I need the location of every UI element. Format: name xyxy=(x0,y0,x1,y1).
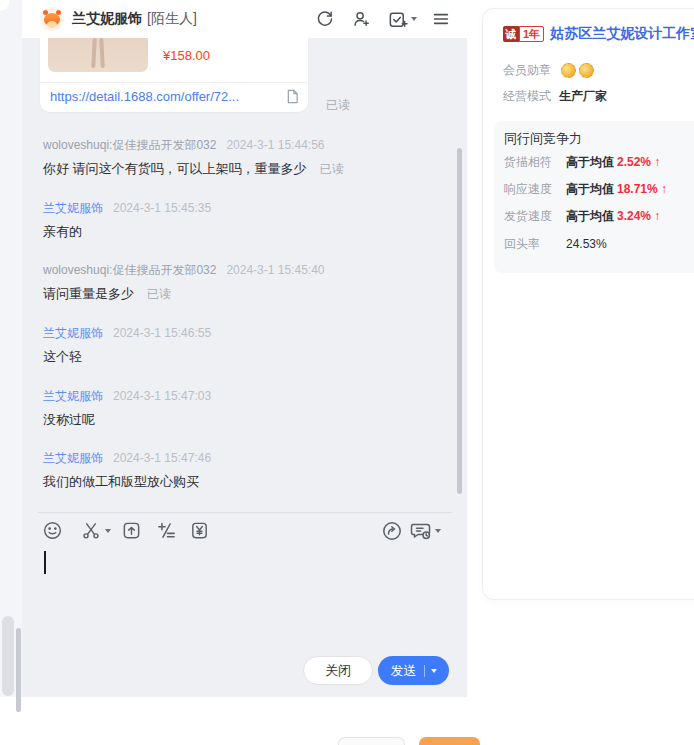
stat-label: 发货速度 xyxy=(504,208,566,225)
message-sender: woloveshuqi:促佳搜品开发部032 xyxy=(43,262,216,279)
medal-icon xyxy=(579,63,594,78)
message-time: 2024-3-1 15:47:46 xyxy=(113,451,211,465)
stat-row: 货描相符 高于均值 2.52% ↑ xyxy=(504,154,660,171)
chat-message: 兰艾妮服饰 2024-3-1 15:46:55 这个轻 xyxy=(43,325,457,366)
chat-message: 兰艾妮服饰 2024-3-1 15:45:35 亲有的 xyxy=(43,200,457,241)
message-sender: 兰艾妮服饰 xyxy=(43,200,103,217)
refresh-icon[interactable] xyxy=(315,9,335,29)
business-mode-label: 经营模式 xyxy=(503,88,559,105)
contact-name: 兰艾妮服饰 xyxy=(72,10,142,28)
stat-label: 货描相符 xyxy=(504,154,566,171)
upload-icon[interactable] xyxy=(121,520,142,541)
competitiveness-title: 同行间竞争力 xyxy=(504,130,582,148)
member-medal-row: 会员勋章 xyxy=(503,62,594,79)
message-input[interactable] xyxy=(40,548,452,648)
badge-cheng: 诚 xyxy=(503,26,519,42)
message-text: 这个轻 xyxy=(43,348,82,366)
quote-icon[interactable] xyxy=(155,520,177,541)
message-text: 你好 请问这个有货吗，可以上架吗，重量多少 xyxy=(43,160,307,178)
contact-avatar[interactable] xyxy=(40,7,64,31)
stat-label: 响应速度 xyxy=(504,181,566,198)
product-card[interactable]: ¥158.00 https://detail.1688.com/offer/72… xyxy=(40,38,308,112)
message-time: 2024-3-1 15:45:40 xyxy=(226,263,324,277)
chevron-down-icon[interactable] xyxy=(431,669,437,673)
divider xyxy=(40,82,308,83)
chevron-down-icon xyxy=(105,529,111,533)
member-medal-label: 会员勋章 xyxy=(503,62,559,79)
message-time: 2024-3-1 15:46:55 xyxy=(113,326,211,340)
read-status: 已读 xyxy=(320,161,344,178)
create-task-icon[interactable] xyxy=(387,9,417,30)
business-mode-row: 经营模式 生产厂家 xyxy=(503,88,607,105)
divider xyxy=(424,665,425,677)
share-icon[interactable] xyxy=(381,520,403,542)
emoji-icon[interactable] xyxy=(42,520,63,541)
read-status: 已读 xyxy=(326,97,350,114)
send-button-label: 发送 xyxy=(391,662,417,680)
stat-prefix: 高于均值 xyxy=(566,154,614,171)
payment-icon[interactable] xyxy=(189,520,210,541)
add-contact-icon[interactable] xyxy=(351,9,371,29)
company-name-link[interactable]: 姑苏区兰艾妮设计工作室 xyxy=(550,25,694,43)
bottom-primary-button[interactable] xyxy=(419,737,480,745)
message-sender: 兰艾妮服饰 xyxy=(43,388,103,405)
chat-message: woloveshuqi:促佳搜品开发部032 2024-3-1 15:45:40… xyxy=(43,262,457,303)
product-image[interactable] xyxy=(48,38,148,72)
message-sender: 兰艾妮服饰 xyxy=(43,450,103,467)
menu-icon[interactable] xyxy=(431,9,451,29)
stat-value: 18.71% ↑ xyxy=(617,182,667,196)
contact-relation-tag: [陌生人] xyxy=(147,10,197,28)
company-title-row: 诚 1年 姑苏区兰艾妮设计工作室 xyxy=(503,25,694,43)
app-window: 兰艾妮服饰 [陌生人] xyxy=(0,0,694,745)
copy-icon[interactable] xyxy=(286,89,299,104)
competitiveness-card: 同行间竞争力 货描相符 高于均值 2.52% ↑ 响应速度 高于均值 18.71… xyxy=(494,121,694,273)
chevron-down-icon xyxy=(411,17,417,21)
message-sender: woloveshuqi:促佳搜品开发部032 xyxy=(43,137,216,154)
read-status: 已读 xyxy=(147,286,171,303)
stat-row: 回头率 24.53% xyxy=(504,236,607,253)
chengxintong-badge: 诚 1年 xyxy=(503,26,544,42)
collapsed-sidebar xyxy=(0,0,23,697)
bottom-secondary-button[interactable] xyxy=(338,737,405,745)
stat-label: 回头率 xyxy=(504,236,566,253)
sidebar-scrollbar[interactable] xyxy=(16,628,21,712)
send-button[interactable]: 发送 xyxy=(378,656,449,685)
screenshot-icon[interactable] xyxy=(80,520,111,541)
close-button[interactable]: 关闭 xyxy=(303,656,373,685)
chat-message: woloveshuqi:促佳搜品开发部032 2024-3-1 15:44:56… xyxy=(43,137,457,178)
stat-value: 3.24% ↑ xyxy=(617,209,660,223)
message-time: 2024-3-1 15:44:56 xyxy=(226,138,324,152)
product-link[interactable]: https://detail.1688.com/offer/72... xyxy=(50,89,239,104)
badge-year: 1年 xyxy=(519,26,544,42)
sidebar-avatar-partial xyxy=(0,0,9,11)
medal-icon xyxy=(561,63,576,78)
message-time: 2024-3-1 15:45:35 xyxy=(113,201,211,215)
chat-message: 兰艾妮服饰 2024-3-1 15:47:46 我们的做工和版型放心购买 xyxy=(43,450,457,491)
message-time: 2024-3-1 15:47:03 xyxy=(113,389,211,403)
chat-scrollbar[interactable] xyxy=(457,148,462,494)
stat-prefix: 高于均值 xyxy=(566,208,614,225)
divider xyxy=(38,512,452,513)
message-sender: 兰艾妮服饰 xyxy=(43,325,103,342)
chat-message: 兰艾妮服饰 2024-3-1 15:47:03 没称过呢 xyxy=(43,388,457,429)
message-text: 没称过呢 xyxy=(43,411,95,429)
stat-value: 24.53% xyxy=(566,237,607,251)
partner-info-panel: 诚 1年 姑苏区兰艾妮设计工作室 会员勋章 经营模式 生产厂家 同行间竞争力 货… xyxy=(482,8,694,600)
chevron-down-icon xyxy=(435,529,441,533)
composer-toolbar xyxy=(38,520,452,546)
stat-row: 发货速度 高于均值 3.24% ↑ xyxy=(504,208,660,225)
stat-prefix: 高于均值 xyxy=(566,181,614,198)
chat-header: 兰艾妮服饰 [陌生人] xyxy=(22,0,467,39)
business-mode-value: 生产厂家 xyxy=(559,88,607,105)
contact-title: 兰艾妮服饰 [陌生人] xyxy=(72,0,197,38)
message-text: 我们的做工和版型放心购买 xyxy=(43,473,199,491)
history-icon[interactable] xyxy=(408,520,441,542)
stat-value: 2.52% ↑ xyxy=(617,155,660,169)
product-price: ¥158.00 xyxy=(163,48,210,63)
message-text: 亲有的 xyxy=(43,223,82,241)
stat-row: 响应速度 高于均值 18.71% ↑ xyxy=(504,181,667,198)
message-text: 请问重量是多少 xyxy=(43,285,134,303)
sidebar-item-ghost[interactable] xyxy=(2,616,14,696)
